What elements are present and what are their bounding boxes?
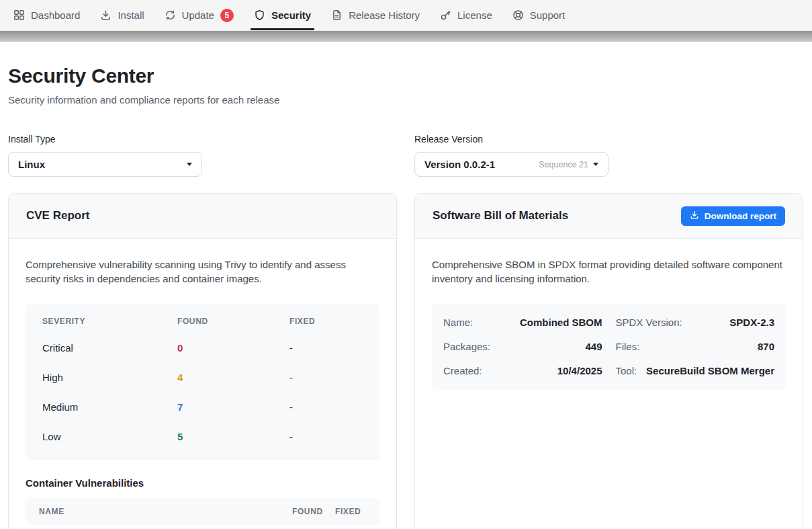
- sbom-header: Software Bill of Materials Download repo…: [415, 194, 803, 239]
- list-item: Files: 870: [616, 335, 775, 359]
- cve-report-header: CVE Report: [9, 194, 396, 239]
- nav-label: Install: [118, 9, 144, 21]
- container-vulnerabilities-title: Container Vulnerabilities: [26, 477, 379, 489]
- nav-label: Support: [530, 9, 566, 21]
- col-found: Found: [292, 507, 335, 516]
- lifebuoy-icon: [512, 9, 524, 21]
- top-navigation: Dashboard Install Update 5 Security: [0, 0, 812, 31]
- release-version-label: Release Version: [414, 134, 803, 145]
- fixed-count: -: [289, 342, 363, 354]
- shield-icon: [254, 9, 265, 21]
- install-type-label: Install Type: [8, 134, 397, 145]
- cve-report-card: CVE Report Comprehensive vulnerability s…: [8, 193, 397, 529]
- release-version-value: Version 0.0.2-1: [424, 159, 495, 170]
- sbom-card: Software Bill of Materials Download repo…: [414, 193, 803, 529]
- download-report-label: Download report: [705, 211, 776, 221]
- detail-value: SecureBuild SBOM Merger: [646, 365, 774, 376]
- download-icon: [690, 210, 699, 222]
- col-found: Found: [177, 317, 289, 326]
- cve-report-title: CVE Report: [26, 209, 89, 222]
- severity-label: Medium: [42, 401, 177, 413]
- nav-item-support[interactable]: Support: [502, 0, 576, 30]
- list-item: Tool: SecureBuild SBOM Merger: [616, 359, 775, 383]
- chevron-down-icon: [593, 163, 598, 166]
- key-icon: [440, 9, 451, 21]
- nav-item-license[interactable]: License: [430, 0, 502, 30]
- filters-row: Install Type Linux Release Version Versi…: [8, 134, 804, 177]
- col-name: Name: [39, 507, 292, 516]
- header-shadow-divider: [0, 31, 812, 42]
- sbom-title: Software Bill of Materials: [433, 209, 568, 222]
- sequence-badge: Sequence 21: [539, 160, 588, 169]
- detail-value: 449: [585, 341, 602, 352]
- update-count-badge: 5: [220, 9, 234, 22]
- page-subtitle: Security information and compliance repo…: [8, 94, 804, 106]
- download-report-button[interactable]: Download report: [681, 206, 785, 226]
- page-title: Security Center: [8, 65, 804, 87]
- sbom-details-grid: Name: Combined SBOM SPDX Version: SPDX-2…: [432, 304, 786, 390]
- document-icon: [331, 9, 343, 21]
- nav-label: Update: [182, 9, 214, 21]
- cards-row: CVE Report Comprehensive vulnerability s…: [8, 193, 804, 529]
- table-row: Low 5 -: [26, 422, 379, 452]
- container-vulnerabilities-header: Name Found Fixed: [26, 498, 379, 525]
- list-item: Packages: 449: [443, 335, 602, 359]
- install-type-value: Linux: [18, 159, 45, 170]
- nav-label: Security: [271, 9, 311, 21]
- detail-value: 870: [758, 341, 774, 352]
- detail-label: Packages:: [443, 341, 490, 352]
- found-count: 5: [177, 431, 289, 442]
- severity-label: Low: [42, 431, 177, 442]
- detail-label: Tool:: [616, 365, 637, 376]
- nav-item-release-history[interactable]: Release History: [321, 0, 430, 30]
- detail-value: SPDX-2.3: [729, 317, 774, 328]
- col-fixed: Fixed: [335, 507, 366, 516]
- nav-item-install[interactable]: Install: [90, 0, 154, 30]
- detail-value: 10/4/2025: [557, 365, 602, 376]
- cve-report-body: Comprehensive vulnerability scanning usi…: [9, 239, 396, 529]
- fixed-count: -: [289, 372, 363, 383]
- detail-label: SPDX Version:: [616, 317, 682, 328]
- list-item: SPDX Version: SPDX-2.3: [616, 311, 775, 335]
- release-version-select[interactable]: Version 0.0.2-1 Sequence 21: [414, 152, 608, 177]
- col-fixed: Fixed: [289, 317, 363, 326]
- list-item: Name: Combined SBOM: [443, 311, 602, 335]
- nav-item-dashboard[interactable]: Dashboard: [3, 0, 90, 30]
- table-row: Medium 7 -: [26, 393, 379, 422]
- nav-label: License: [457, 9, 492, 21]
- found-count: 4: [177, 372, 289, 383]
- severity-label: Critical: [42, 342, 177, 354]
- severity-label: High: [42, 372, 177, 383]
- nav-item-update[interactable]: Update 5: [154, 0, 244, 30]
- download-icon: [100, 9, 111, 21]
- cve-report-description: Comprehensive vulnerability scanning usi…: [26, 257, 378, 286]
- nav-label: Release History: [349, 9, 420, 21]
- nav-item-security[interactable]: Security: [244, 0, 321, 30]
- list-item: Created: 10/4/2025: [443, 359, 602, 383]
- detail-label: Created:: [443, 365, 482, 376]
- chevron-down-icon: [187, 163, 192, 166]
- sbom-body: Comprehensive SBOM in SPDX format provid…: [415, 239, 803, 409]
- found-count: 7: [177, 401, 289, 413]
- table-row: Critical 0 -: [26, 333, 379, 363]
- install-type-select[interactable]: Linux: [8, 152, 202, 177]
- dashboard-icon: [13, 9, 25, 21]
- main-content: Security Center Security information and…: [0, 65, 812, 529]
- sbom-description: Comprehensive SBOM in SPDX format provid…: [432, 257, 784, 286]
- detail-label: Name:: [443, 317, 473, 328]
- found-count: 0: [177, 342, 289, 354]
- refresh-icon: [165, 9, 176, 21]
- fixed-count: -: [289, 401, 363, 413]
- detail-value: Combined SBOM: [520, 317, 602, 328]
- col-severity: Severity: [42, 317, 177, 326]
- fixed-count: -: [289, 431, 363, 442]
- nav-label: Dashboard: [31, 9, 80, 21]
- table-row: High 4 -: [26, 363, 379, 393]
- severity-table-header: Severity Found Fixed: [26, 309, 379, 333]
- severity-table: Severity Found Fixed Critical 0 - High 4…: [26, 304, 379, 460]
- detail-label: Files:: [616, 341, 640, 352]
